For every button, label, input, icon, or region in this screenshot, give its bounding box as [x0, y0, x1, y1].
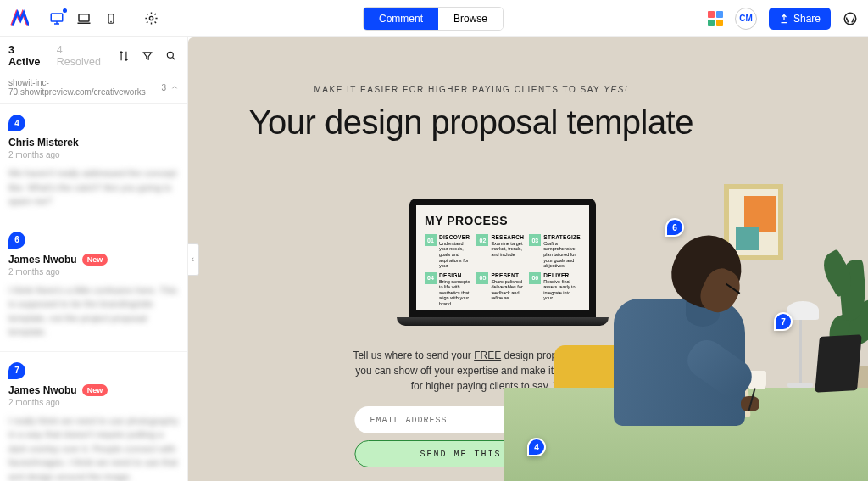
canvas-comment-pin[interactable]: 6 — [665, 218, 684, 237]
canvas-comment-pin[interactable]: 4 — [527, 438, 546, 456]
avatar[interactable]: CM — [735, 8, 757, 30]
url-comment-count: 3 — [161, 83, 166, 92]
gear-icon[interactable] — [143, 11, 159, 26]
comment-body: I think there's a little confusion here.… — [8, 283, 179, 339]
new-badge: New — [82, 384, 108, 396]
comment-item[interactable]: 6 James NwobuNew 2 months ago I think th… — [0, 221, 187, 352]
support-icon[interactable] — [843, 11, 858, 26]
comment-body: I really think we need to use photograph… — [8, 414, 179, 482]
share-label: Share — [793, 13, 821, 25]
comment-author: James NwobuNew — [8, 254, 179, 266]
sort-icon[interactable] — [116, 48, 131, 64]
comment-pin-icon: 4 — [8, 115, 25, 131]
comment-mode-button[interactable]: Comment — [364, 8, 438, 30]
share-button[interactable]: Share — [769, 8, 831, 30]
page-url-row[interactable]: showit-inc-70.showitpreview.com/creative… — [0, 75, 187, 104]
new-badge: New — [82, 254, 108, 266]
comment-item[interactable]: 7 James NwobuNew 2 months ago I really t… — [0, 352, 187, 482]
desktop-icon[interactable] — [49, 11, 64, 26]
comment-pin-icon: 7 — [8, 362, 25, 379]
browse-mode-button[interactable]: Browse — [438, 8, 503, 30]
comments-sidebar: 3 Active 4 Resolved showit-inc-70.showit… — [0, 37, 188, 481]
mobile-icon[interactable] — [103, 11, 119, 26]
comment-item[interactable]: 4 Chris Misterek 2 months ago We haven't… — [0, 104, 187, 221]
svg-point-4 — [149, 16, 153, 20]
comment-body: We haven't really addressed the concept … — [8, 166, 179, 209]
laptop-icon[interactable] — [76, 11, 92, 26]
comment-time: 2 months ago — [8, 267, 179, 277]
tab-active[interactable]: 3 Active — [8, 44, 45, 68]
hero-photo — [504, 167, 868, 481]
svg-point-6 — [167, 52, 173, 58]
chevron-up-icon — [170, 83, 179, 92]
comment-pin-icon: 6 — [8, 232, 25, 249]
comment-author: Chris Misterek — [8, 137, 179, 148]
process-step: 01DISCOVERUnderstand your needs, goals a… — [425, 234, 471, 269]
search-icon[interactable] — [164, 48, 179, 64]
hero-eyebrow: MAKE IT EASIER FOR HIGHER PAYING CLIENTS… — [234, 85, 709, 95]
svg-point-3 — [111, 21, 112, 22]
process-step: 04DESIGNBring concepts to life with aest… — [425, 272, 471, 307]
tab-resolved[interactable]: 4 Resolved — [57, 44, 104, 68]
page-url: showit-inc-70.showitpreview.com/creative… — [8, 78, 161, 97]
comment-time: 2 months ago — [8, 398, 179, 407]
comment-author: James NwobuNew — [8, 384, 179, 396]
preview-canvas[interactable]: ‹ MAKE IT EASIER FOR HIGHER PAYING CLIEN… — [188, 37, 868, 481]
top-bar: Comment Browse CM Share — [0, 0, 868, 37]
app-logo[interactable] — [10, 9, 29, 28]
mode-toggle: Comment Browse — [363, 7, 504, 31]
svg-rect-1 — [79, 14, 89, 20]
apps-grid-icon[interactable] — [708, 11, 723, 26]
filter-icon[interactable] — [140, 48, 155, 64]
hero-headline: Your design proposal template — [234, 103, 709, 142]
canvas-comment-pin[interactable]: 7 — [774, 312, 793, 331]
svg-rect-0 — [51, 14, 63, 21]
comment-time: 2 months ago — [8, 150, 179, 159]
collapse-sidebar-handle[interactable]: ‹ — [188, 243, 199, 276]
